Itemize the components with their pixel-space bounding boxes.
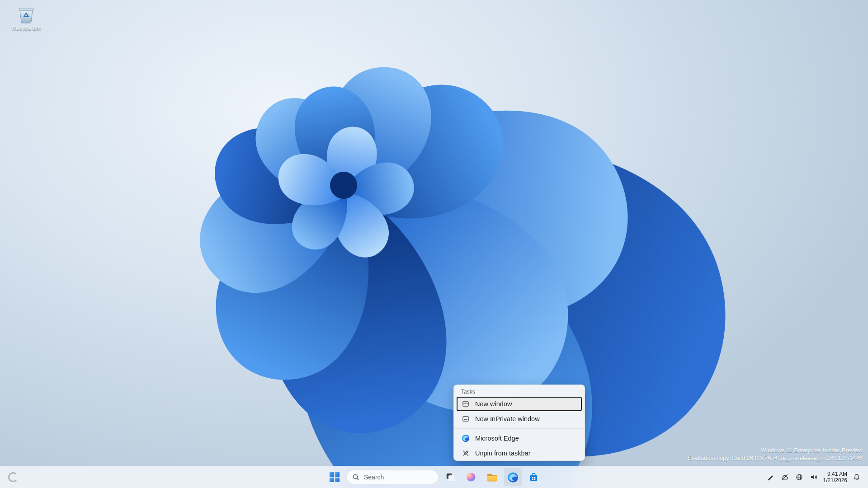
cloud-offline-icon	[781, 474, 788, 481]
edge-logo-icon	[462, 434, 470, 442]
taskbar: connection	[0, 466, 868, 488]
pen-tray-button[interactable]	[765, 472, 775, 482]
recycle-bin-label: Recycle Bin	[12, 26, 40, 32]
copilot-button[interactable]	[462, 468, 480, 486]
menu-item-label: New InPrivate window	[475, 415, 540, 422]
watermark-line1: Windows 11 Enterprise Insider Preview	[688, 446, 863, 454]
network-button[interactable]	[794, 472, 804, 482]
start-button[interactable]	[326, 468, 344, 486]
network-globe-icon	[796, 474, 803, 481]
pen-icon	[767, 474, 774, 481]
menu-item-unpin-from-taskbar[interactable]: Unpin from taskbar	[457, 446, 582, 460]
onedrive-offline-button[interactable]	[780, 472, 790, 482]
task-view-button[interactable]	[441, 468, 459, 486]
edge-button[interactable]	[504, 468, 522, 486]
microsoft-store-button[interactable]	[524, 468, 542, 486]
menu-item-label: New window	[475, 400, 512, 408]
notifications-button[interactable]	[852, 472, 862, 482]
file-explorer-button[interactable]	[483, 468, 501, 486]
desktop: Recycle Bin Windows 11 Enterprise Inside…	[0, 0, 868, 488]
file-explorer-icon	[486, 472, 498, 483]
windows-logo-icon	[329, 472, 340, 483]
search-icon	[352, 474, 359, 481]
task-view-icon	[445, 472, 455, 482]
search-input[interactable]	[363, 473, 428, 481]
menu-item-label: Microsoft Edge	[475, 435, 519, 442]
store-icon	[528, 472, 539, 483]
copilot-icon	[466, 472, 476, 483]
jumplist-section-title: Tasks	[461, 389, 585, 395]
watermark-line2: Evaluation copy. Build 26300.7674.ge_pre…	[688, 454, 863, 462]
inprivate-window-icon	[462, 415, 470, 423]
recycle-bin[interactable]: Recycle Bin	[7, 5, 45, 32]
clock-time: 9:41 AM	[823, 471, 847, 477]
menu-item-new-inprivate-window[interactable]: New InPrivate window	[457, 412, 582, 426]
volume-button[interactable]	[809, 472, 819, 482]
bell-icon	[853, 474, 860, 481]
menu-item-label: Unpin from taskbar	[475, 450, 531, 457]
taskbar-search-box[interactable]	[346, 470, 439, 484]
menu-item-new-window[interactable]: New window	[457, 397, 582, 411]
system-tray: connection	[765, 466, 868, 488]
unpin-icon	[462, 449, 470, 457]
edge-jumplist-menu: Tasks New window New InPrivate window	[453, 385, 585, 461]
recycle-bin-icon	[16, 5, 36, 24]
clock-date: 1/21/2026	[823, 477, 847, 483]
edge-icon	[507, 472, 519, 483]
menu-item-microsoft-edge[interactable]: Microsoft Edge	[457, 431, 582, 446]
corner-spinner-icon	[8, 472, 18, 482]
volume-icon	[810, 474, 817, 481]
insider-watermark: Windows 11 Enterprise Insider Preview Ev…	[688, 446, 863, 462]
jumplist-separator	[454, 428, 584, 429]
clock[interactable]: 9:41 AM 1/21/2026	[823, 471, 847, 483]
new-window-icon	[462, 400, 470, 408]
taskbar-center-group	[326, 466, 542, 488]
